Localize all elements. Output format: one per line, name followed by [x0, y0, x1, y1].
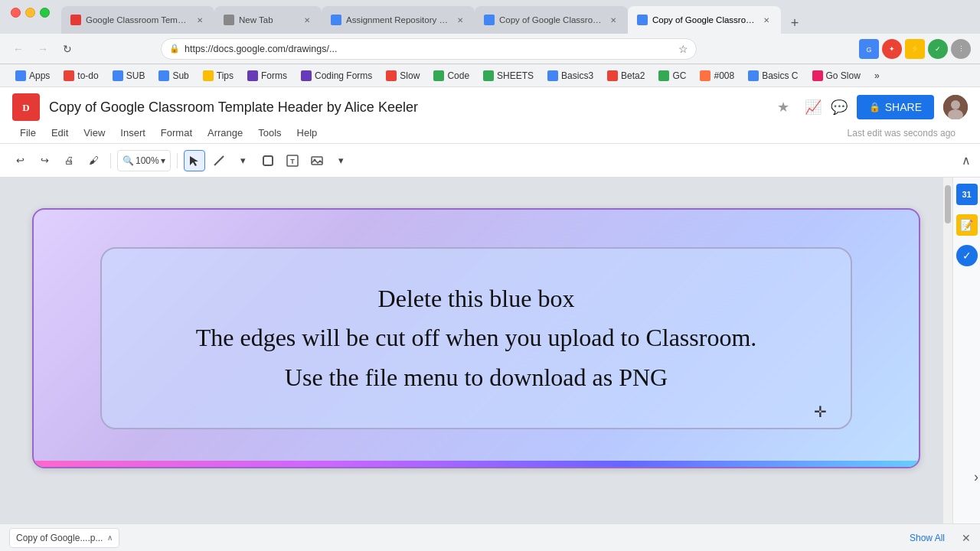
- line-tool-button[interactable]: [208, 150, 230, 171]
- trending-icon[interactable]: 📈: [805, 99, 822, 116]
- canvas-scroll-area[interactable]: Delete this blue box The edges will be c…: [0, 178, 952, 523]
- image-tool-button[interactable]: [306, 150, 328, 171]
- menu-edit[interactable]: Edit: [44, 124, 76, 142]
- maximize-window-button[interactable]: [40, 8, 50, 18]
- panel-chevron-icon[interactable]: ›: [974, 469, 978, 485]
- download-chevron-icon[interactable]: ∧: [107, 533, 113, 542]
- calendar-icon[interactable]: 31: [956, 184, 978, 205]
- close-download-button[interactable]: ✕: [962, 532, 971, 544]
- shape-tool-button[interactable]: [257, 150, 279, 171]
- back-button[interactable]: ←: [9, 40, 28, 58]
- menu-view[interactable]: View: [76, 124, 113, 142]
- scrollbar-thumb-v[interactable]: [945, 185, 951, 223]
- menu-format[interactable]: Format: [153, 124, 200, 142]
- bookmark-apps-label: Apps: [29, 70, 50, 81]
- check-icon[interactable]: ✓: [956, 245, 978, 266]
- tab-3-label: Assignment Repository 201...: [346, 15, 450, 24]
- tab-bar: Google Classroom Templat... ✕ New Tab ✕ …: [0, 0, 980, 34]
- print-button[interactable]: 🖨: [58, 150, 80, 171]
- info-line-1: Delete this blue box: [148, 279, 805, 318]
- bookmark-gc[interactable]: GC: [652, 67, 692, 85]
- tab-3[interactable]: Assignment Repository 201... ✕: [322, 6, 475, 34]
- info-line-2: The edges will be cut off when you uploa…: [148, 318, 805, 357]
- bookmark-beta2[interactable]: Beta2: [601, 67, 651, 85]
- crosshair-cursor: ✛: [814, 403, 827, 421]
- menu-help[interactable]: Help: [289, 124, 325, 142]
- note-icon[interactable]: 📝: [956, 214, 978, 236]
- user-avatar[interactable]: [943, 95, 968, 119]
- drawing-toolbar: ↩ ↪ 🖨 🖌 🔍 100% ▾ ▾ T ▾ ∧: [0, 144, 980, 178]
- drawing-canvas[interactable]: Delete this blue box The edges will be c…: [32, 208, 920, 468]
- bookmark-apps[interactable]: Apps: [9, 67, 56, 85]
- tab-5-label: Copy of Google Classroom: [652, 15, 756, 24]
- tab-1-close[interactable]: ✕: [194, 15, 205, 25]
- tab-3-close[interactable]: ✕: [455, 15, 466, 25]
- menu-tools[interactable]: Tools: [250, 124, 289, 142]
- bookmark-basics3[interactable]: Basics3: [541, 67, 599, 85]
- close-window-button[interactable]: [11, 8, 21, 18]
- tab-4[interactable]: Copy of Google Classroom ... ✕: [475, 6, 628, 34]
- download-bar: Copy of Google....p... ∧ Show All ✕: [0, 523, 980, 551]
- star-icon[interactable]: ★: [777, 99, 789, 116]
- new-tab-button[interactable]: +: [784, 12, 805, 34]
- menu-file[interactable]: File: [12, 124, 44, 142]
- share-label: SHARE: [885, 101, 922, 113]
- bookmark-sub1[interactable]: SUB: [106, 67, 152, 85]
- browser-frame: Google Classroom Templat... ✕ New Tab ✕ …: [0, 0, 980, 551]
- show-all-button[interactable]: Show All: [902, 530, 952, 546]
- bookmark-sheets[interactable]: SHEETS: [477, 67, 540, 85]
- zoom-control[interactable]: 🔍 100% ▾: [117, 150, 171, 171]
- bookmark-favicon: [433, 70, 444, 81]
- bookmark-more[interactable]: »: [868, 67, 886, 85]
- vertical-scrollbar[interactable]: [943, 178, 952, 523]
- info-box[interactable]: Delete this blue box The edges will be c…: [100, 247, 853, 429]
- image-dropdown[interactable]: ▾: [331, 150, 352, 171]
- docs-menu-bar: File Edit View Insert Format Arrange Too…: [12, 124, 968, 143]
- bookmark-todo[interactable]: to-do: [57, 67, 104, 85]
- tab-1[interactable]: Google Classroom Templat... ✕: [61, 6, 214, 34]
- share-button[interactable]: 🔒 SHARE: [857, 95, 934, 119]
- bookmark-008-label: #008: [714, 70, 734, 81]
- minimize-window-button[interactable]: [25, 8, 35, 18]
- tab-5[interactable]: Copy of Google Classroom ✕: [628, 6, 781, 34]
- paint-format-button[interactable]: 🖌: [83, 150, 104, 171]
- bookmark-forms[interactable]: Forms: [241, 67, 293, 85]
- forward-button[interactable]: →: [34, 40, 52, 58]
- bookmark-sub2-label: Sub: [172, 70, 188, 81]
- ext-icon-2[interactable]: ✦: [882, 39, 902, 59]
- download-item[interactable]: Copy of Google....p... ∧: [9, 528, 119, 548]
- menu-insert[interactable]: Insert: [113, 124, 153, 142]
- line-dropdown[interactable]: ▾: [233, 150, 254, 171]
- undo-button[interactable]: ↩: [9, 150, 31, 171]
- bookmark-008[interactable]: #008: [694, 67, 740, 85]
- refresh-button[interactable]: ↻: [58, 40, 77, 58]
- bookmark-favicon: [247, 70, 258, 81]
- bookmark-favicon: [748, 70, 759, 81]
- bookmark-coding-forms[interactable]: Coding Forms: [295, 67, 378, 85]
- select-tool-button[interactable]: [184, 150, 205, 171]
- tab-4-close[interactable]: ✕: [608, 15, 619, 25]
- ext-icon-3[interactable]: ⚡: [905, 39, 925, 59]
- bookmark-icon[interactable]: ☆: [678, 43, 688, 55]
- comment-icon[interactable]: 💬: [831, 99, 848, 116]
- redo-button[interactable]: ↪: [34, 150, 55, 171]
- tab-2[interactable]: New Tab ✕: [214, 6, 322, 34]
- svg-text:D: D: [22, 102, 29, 113]
- bookmark-tips[interactable]: Tips: [197, 67, 240, 85]
- address-bar: ← → ↻ 🔒 https://docs.google.com/drawings…: [0, 34, 980, 64]
- bookmark-sub2[interactable]: Sub: [152, 67, 194, 85]
- bookmarks-bar: Apps to-do SUB Sub Tips Forms Coding For…: [0, 64, 980, 87]
- toolbar-expand-button[interactable]: ∧: [962, 153, 971, 168]
- bookmark-go-slow[interactable]: Go Slow: [806, 67, 867, 85]
- tab-5-close[interactable]: ✕: [761, 15, 772, 25]
- bookmark-basics-c[interactable]: Basics C: [742, 67, 804, 85]
- address-input[interactable]: 🔒 https://docs.google.com/drawings/... ☆: [161, 38, 697, 60]
- menu-arrange[interactable]: Arrange: [200, 124, 250, 142]
- tab-2-close[interactable]: ✕: [302, 15, 312, 25]
- text-tool-button[interactable]: T: [282, 150, 303, 171]
- bookmark-slow[interactable]: Slow: [380, 67, 426, 85]
- ext-icon-1[interactable]: G: [859, 39, 879, 59]
- ext-icon-4[interactable]: ✓: [928, 39, 948, 59]
- bookmark-code[interactable]: Code: [427, 67, 475, 85]
- ext-icon-5[interactable]: ⋮: [951, 39, 971, 59]
